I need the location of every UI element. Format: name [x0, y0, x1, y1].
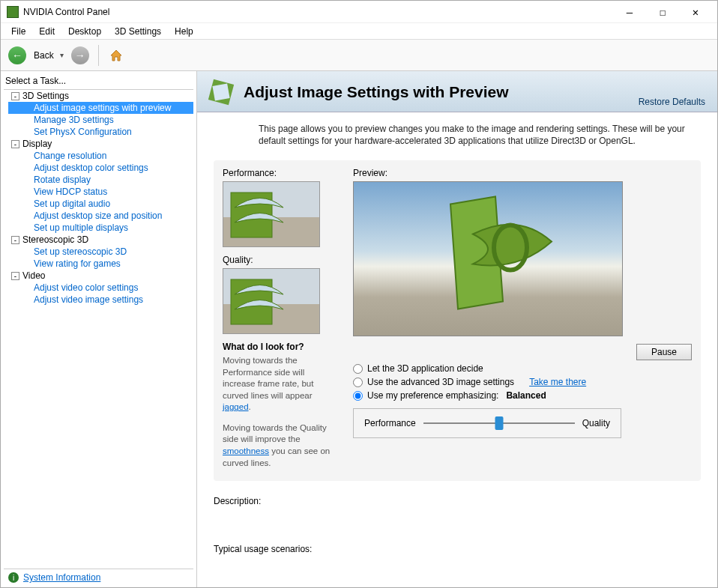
radio-let-app-decide[interactable]: Let the 3D application decide [353, 362, 692, 375]
page-header: Adjust Image Settings with Preview Resto… [197, 71, 717, 112]
header-icon [206, 77, 236, 107]
home-icon [109, 48, 124, 63]
typical-usage-label: Typical usage scenarios: [214, 544, 701, 554]
collapse-icon[interactable]: - [11, 92, 19, 100]
nvidia-logo-icon [223, 268, 313, 334]
description-label: Description: [214, 496, 701, 506]
tree-item-multiple-displays[interactable]: Set up multiple displays [8, 222, 193, 234]
preview-label: Preview: [353, 168, 692, 178]
menu-3d-settings[interactable]: 3D Settings [109, 25, 167, 38]
slider-thumb[interactable] [495, 416, 503, 430]
collapse-icon[interactable]: - [11, 236, 19, 244]
app-icon [7, 6, 19, 18]
performance-label: Performance: [223, 168, 335, 178]
performance-thumbnail [223, 181, 320, 247]
settings-panel: Performance: Quality: [214, 160, 701, 481]
smoothness-link[interactable]: smoothness [223, 446, 269, 455]
arrow-left-icon: ← [12, 49, 22, 61]
slider-label-quality: Quality [582, 418, 610, 428]
close-button[interactable]: ✕ [680, 1, 711, 22]
menu-file[interactable]: File [5, 25, 31, 38]
tree-item-setup-stereoscopic[interactable]: Set up stereoscopic 3D [8, 246, 193, 258]
tree-group-stereoscopic: -Stereoscopic 3D Set up stereoscopic 3D … [4, 234, 193, 270]
radio-label: Let the 3D application decide [367, 363, 483, 374]
system-information-link[interactable]: System Information [23, 572, 100, 583]
tree-item-video-color[interactable]: Adjust video color settings [8, 282, 193, 294]
page-title: Adjust Image Settings with Preview [244, 83, 639, 101]
quality-slider[interactable] [423, 422, 575, 424]
title-bar: NVIDIA Control Panel — ☐ ✕ [1, 1, 717, 23]
radio-label: Use my preference emphasizing: [367, 390, 498, 401]
tree-item-video-image[interactable]: Adjust video image settings [8, 294, 193, 306]
radio-input[interactable] [353, 391, 363, 401]
collapse-icon[interactable]: - [11, 140, 19, 148]
tree-group-display: -Display Change resolution Adjust deskto… [4, 138, 193, 234]
menu-bar: File Edit Desktop 3D Settings Help [1, 23, 717, 40]
take-me-there-link[interactable]: Take me there [529, 377, 586, 387]
tree-item-view-hdcp[interactable]: View HDCP status [8, 186, 193, 198]
tree-item-manage-3d-settings[interactable]: Manage 3D settings [8, 114, 193, 126]
bottom-sections: Description: Typical usage scenarios: [214, 496, 701, 554]
tree-group-label[interactable]: -Video [8, 270, 193, 282]
menu-help[interactable]: Help [169, 25, 199, 38]
tree-group-3d-settings: -3D Settings Adjust image settings with … [4, 90, 193, 138]
tree-item-adjust-image-settings[interactable]: Adjust image settings with preview [8, 102, 193, 114]
tree-group-label[interactable]: -3D Settings [8, 90, 193, 102]
preference-radios: Let the 3D application decide Use the ad… [353, 362, 692, 402]
back-button[interactable]: ← [8, 46, 26, 64]
info-icon: i [8, 572, 19, 583]
radio-label: Use the advanced 3D image settings [367, 377, 514, 387]
maximize-button[interactable]: ☐ [647, 1, 678, 22]
radio-input[interactable] [353, 378, 363, 387]
intro-text: This page allows you to preview changes … [259, 123, 701, 147]
tree-group-label[interactable]: -Display [8, 138, 193, 150]
toolbar: ← Back ▾ → [1, 40, 717, 71]
slider-label-performance: Performance [364, 418, 416, 428]
tree-group-video: -Video Adjust video color settings Adjus… [4, 270, 193, 306]
back-label: Back [34, 50, 54, 61]
quality-label: Quality: [223, 255, 335, 265]
radio-use-preference[interactable]: Use my preference emphasizing: Balanced [353, 389, 692, 402]
menu-desktop[interactable]: Desktop [62, 25, 107, 38]
home-button[interactable] [108, 47, 124, 64]
quality-thumbnail [223, 268, 320, 334]
main-pane: Adjust Image Settings with Preview Resto… [197, 71, 717, 588]
help-text-performance: Moving towards the Performance side will… [223, 355, 335, 413]
tree-item-adjust-desktop-color[interactable]: Adjust desktop color settings [8, 162, 193, 174]
tree-item-rotate-display[interactable]: Rotate display [8, 174, 193, 186]
restore-defaults-link[interactable]: Restore Defaults [639, 97, 705, 107]
system-information-bar: i System Information [4, 569, 193, 586]
radio-input[interactable] [353, 364, 363, 374]
nvidia-logo-icon [405, 189, 570, 316]
tree-item-view-rating-games[interactable]: View rating for games [8, 258, 193, 270]
right-column: Preview: Pause Let t [353, 168, 692, 469]
quality-slider-box: Performance Quality [353, 408, 621, 438]
nvidia-logo-icon [223, 181, 313, 247]
collapse-icon[interactable]: - [11, 272, 19, 280]
svg-rect-1 [212, 83, 229, 100]
tree-group-label[interactable]: -Stereoscopic 3D [8, 234, 193, 246]
page-content: This page allows you to preview changes … [197, 112, 717, 588]
tree-item-set-physx[interactable]: Set PhysX Configuration [8, 126, 193, 138]
jagged-link[interactable]: jagged [223, 402, 249, 411]
tree-item-change-resolution[interactable]: Change resolution [8, 150, 193, 162]
left-column: Performance: Quality: [223, 168, 335, 469]
help-text-quality: Moving towards the Quality side will imp… [223, 422, 335, 469]
menu-edit[interactable]: Edit [33, 25, 61, 38]
preview-viewport [353, 181, 623, 336]
forward-button[interactable]: → [71, 46, 89, 64]
window-title: NVIDIA Control Panel [23, 7, 614, 17]
tree-item-desktop-size-position[interactable]: Adjust desktop size and position [8, 210, 193, 222]
balanced-value: Balanced [506, 390, 546, 401]
tree-item-digital-audio[interactable]: Set up digital audio [8, 198, 193, 210]
minimize-button[interactable]: — [614, 1, 645, 22]
toolbar-divider [98, 45, 99, 66]
arrow-right-icon: → [75, 49, 85, 61]
what-look-for-heading: What do I look for? [223, 342, 335, 352]
select-task-label: Select a Task... [4, 74, 193, 89]
task-sidebar: Select a Task... -3D Settings Adjust ima… [1, 71, 197, 588]
pause-button[interactable]: Pause [636, 344, 692, 360]
radio-use-advanced[interactable]: Use the advanced 3D image settings Take … [353, 375, 692, 389]
task-tree: -3D Settings Adjust image settings with … [4, 89, 193, 569]
back-history-dropdown[interactable]: ▾ [60, 51, 64, 59]
